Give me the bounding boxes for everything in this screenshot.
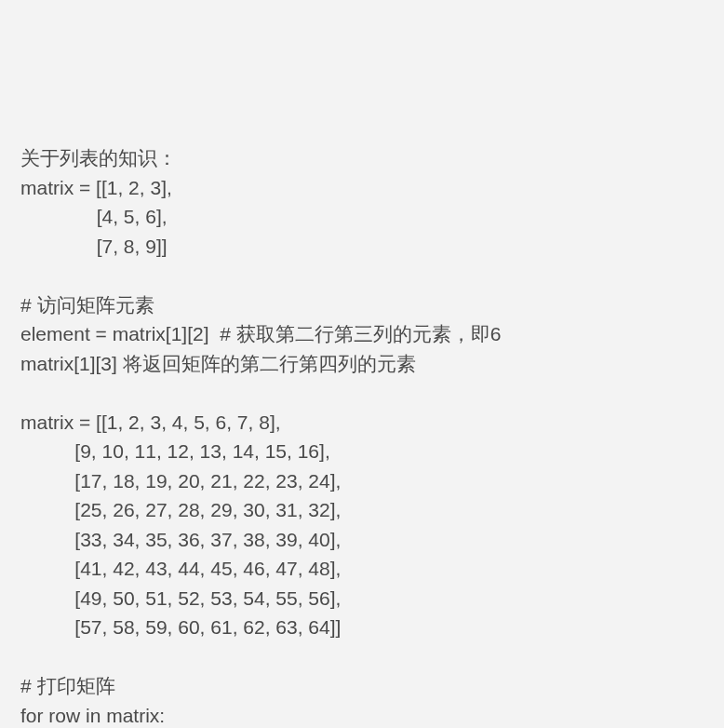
text-line: for row in matrix: bbox=[20, 705, 165, 726]
text-line: [4, 5, 6], bbox=[20, 206, 168, 227]
text-line: [7, 8, 9]] bbox=[20, 236, 168, 257]
text-line: [57, 58, 59, 60, 61, 62, 63, 64]] bbox=[20, 616, 341, 638]
text-line: 关于列表的知识： bbox=[20, 147, 177, 169]
text-line: matrix[1][3] 将返回矩阵的第二行第四列的元素 bbox=[20, 353, 416, 374]
text-line: [25, 26, 27, 28, 29, 30, 31, 32], bbox=[20, 499, 341, 520]
text-line: [17, 18, 19, 20, 21, 22, 23, 24], bbox=[20, 470, 341, 492]
code-tutorial-block: 关于列表的知识： matrix = [[1, 2, 3], [4, 5, 6],… bbox=[20, 143, 704, 728]
text-line: [41, 42, 43, 44, 45, 46, 47, 48], bbox=[20, 558, 341, 579]
text-line: matrix = [[1, 2, 3, 4, 5, 6, 7, 8], bbox=[20, 411, 281, 433]
text-line: # 访问矩阵元素 bbox=[20, 294, 154, 316]
text-line: matrix = [[1, 2, 3], bbox=[20, 177, 172, 198]
text-line: [49, 50, 51, 52, 53, 54, 55, 56], bbox=[20, 587, 341, 609]
text-line: element = matrix[1][2] # 获取第二行第三列的元素，即6 bbox=[20, 323, 501, 344]
text-line: # 打印矩阵 bbox=[20, 675, 115, 696]
text-line: [9, 10, 11, 12, 13, 14, 15, 16], bbox=[20, 440, 330, 462]
text-line: [33, 34, 35, 36, 37, 38, 39, 40], bbox=[20, 529, 341, 550]
